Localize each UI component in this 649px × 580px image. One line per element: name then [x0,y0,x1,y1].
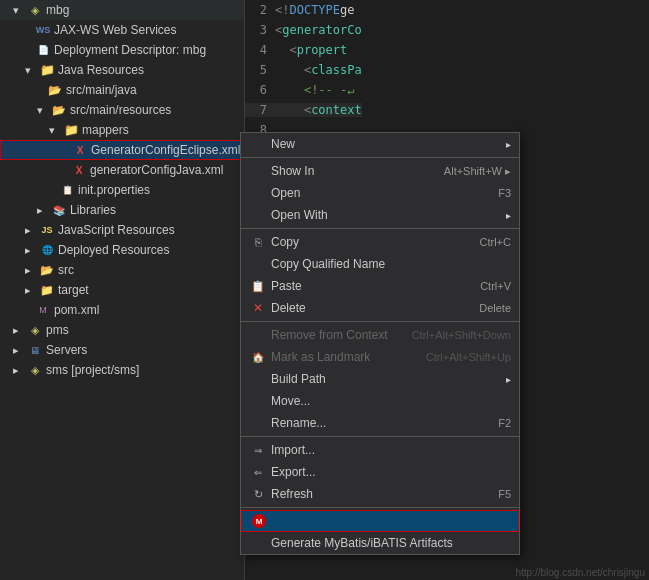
server-icon: 🖥 [27,342,43,358]
shortcut: Ctrl+C [480,236,511,248]
menu-label: Move... [271,394,310,408]
separator-4 [241,436,519,437]
menu-item-paste[interactable]: 📋 Paste Ctrl+V [241,275,519,297]
tree-label: src/main/resources [70,103,171,117]
menu-label: Remove from Context [271,328,388,342]
menu-item-validate[interactable]: Generate MyBatis/iBATIS Artifacts [241,532,519,554]
menu-item-move[interactable]: Move... [241,390,519,412]
tree-label: pom.xml [54,303,99,317]
landmark-icon: 🏠 [249,348,267,366]
menu-item-new[interactable]: New [241,133,519,155]
tree-item-mappers[interactable]: 📁 mappers [0,120,244,140]
tree-label: src [58,263,74,277]
menu-item-rename[interactable]: Rename... F2 [241,412,519,434]
tree-label: generatorConfigJava.xml [90,163,223,177]
deploy-icon: 🌐 [39,242,55,258]
code-line-4: 4 <propert [245,40,649,60]
tree-label: Servers [46,343,87,357]
tree-item-src-main-java[interactable]: 📂 src/main/java [0,80,244,100]
tree-label: GeneratorConfigEclipse.xml [91,143,240,157]
menu-item-open[interactable]: Open F3 [241,182,519,204]
menu-label: Open [271,186,300,200]
paste-icon: 📋 [249,277,267,295]
menu-item-delete[interactable]: ✕ Delete Delete [241,297,519,319]
tree-label: mappers [82,123,129,137]
delete-icon: ✕ [249,299,267,317]
pom-icon: M [35,302,51,318]
menu-label: Open With [271,208,328,222]
tree-item-target[interactable]: 📁 target [0,280,244,300]
tree-label: JAX-WS Web Services [54,23,176,37]
menu-label: Delete [271,301,306,315]
open-with-icon [249,206,267,224]
copy-qualified-icon [249,255,267,273]
tree-item-src-main-resources[interactable]: 📂 src/main/resources [0,100,244,120]
menu-item-open-with[interactable]: Open With [241,204,519,226]
tree-item-jaxws[interactable]: WS JAX-WS Web Services [0,20,244,40]
shortcut: F5 [498,488,511,500]
project-icon: ◈ [27,362,43,378]
folder-icon: 📁 [63,122,79,138]
tree-item-libraries[interactable]: 📚 Libraries [0,200,244,220]
project-icon: ◈ [27,2,43,18]
tree-label: Libraries [70,203,116,217]
menu-item-export[interactable]: ⇐ Export... [241,461,519,483]
project-icon: ◈ [27,322,43,338]
js-icon: JS [39,222,55,238]
watermark: http://blog.csdn.net/chrisjingu [515,567,645,578]
arrow-icon [20,242,36,258]
tree-item-pms[interactable]: ◈ pms [0,320,244,340]
menu-item-copy[interactable]: ⎘ Copy Ctrl+C [241,231,519,253]
menu-label: Rename... [271,416,326,430]
menu-label: Copy Qualified Name [271,257,385,271]
xml-icon: X [71,162,87,178]
tree-item-js-resources[interactable]: JS JavaScript Resources [0,220,244,240]
menu-label: Copy [271,235,299,249]
tree-item-generator-config-eclipse[interactable]: X GeneratorConfigEclipse.xml [0,140,244,160]
tree-item-servers[interactable]: 🖥 Servers [0,340,244,360]
arrow-icon [8,322,24,338]
tree-label: mbg [46,3,69,17]
arrow-icon [20,222,36,238]
export-icon: ⇐ [249,463,267,481]
tree-item-sms[interactable]: ◈ sms [project/sms] [0,360,244,380]
arrow-icon [32,202,48,218]
tree-item-init-properties[interactable]: 📋 init.properties [0,180,244,200]
code-line-2: 2 <!DOCTYPE ge [245,0,649,20]
show-in-icon [249,162,267,180]
separator-3 [241,321,519,322]
tree-item-deployment[interactable]: 📄 Deployment Descriptor: mbg [0,40,244,60]
code-line-7: 7 <context [245,100,649,120]
arrow-icon [32,102,48,118]
arrow-icon [20,62,36,78]
code-line-5: 5 <classPa [245,60,649,80]
submenu-arrow [506,372,511,386]
menu-item-remove-context[interactable]: Remove from Context Ctrl+Alt+Shift+Down [241,324,519,346]
menu-item-copy-qualified[interactable]: Copy Qualified Name [241,253,519,275]
spacer [56,162,68,178]
menu-item-import[interactable]: ⇒ Import... [241,439,519,461]
submenu-arrow [506,208,511,222]
code-line-3: 3 <generatorCo [245,20,649,40]
menu-label: Refresh [271,487,313,501]
tree-label: src/main/java [66,83,137,97]
remove-context-icon [249,326,267,344]
tree-label: target [58,283,89,297]
tree-item-mbg[interactable]: ◈ mbg [0,0,244,20]
tree-item-deployed-resources[interactable]: 🌐 Deployed Resources [0,240,244,260]
menu-item-show-in[interactable]: Show In Alt+Shift+W ▸ [241,160,519,182]
tree-item-generator-config-java[interactable]: X generatorConfigJava.xml [0,160,244,180]
tree-label: init.properties [78,183,150,197]
new-icon [249,135,267,153]
tree-item-src[interactable]: 📂 src [0,260,244,280]
menu-item-refresh[interactable]: ↻ Refresh F5 [241,483,519,505]
tree-item-java-resources[interactable]: 📁 Java Resources [0,60,244,80]
move-icon [249,392,267,410]
copy-icon: ⎘ [249,233,267,251]
menu-item-generate-mybatis[interactable]: M [241,510,519,532]
arrow-icon [44,122,60,138]
tree-item-pom[interactable]: M pom.xml [0,300,244,320]
menu-item-mark-landmark[interactable]: 🏠 Mark as Landmark Ctrl+Alt+Shift+Up [241,346,519,368]
menu-item-build-path[interactable]: Build Path [241,368,519,390]
spacer [57,142,69,158]
